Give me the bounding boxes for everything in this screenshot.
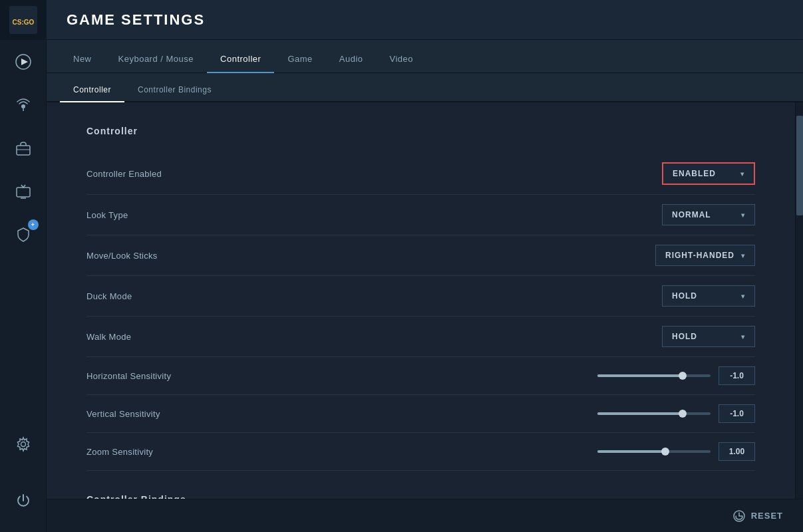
chevron-down-icon: ▾ [741,333,745,340]
control-duck-mode: HOLD ▾ [662,285,755,307]
tab-video[interactable]: Video [377,46,427,73]
slider-fill [597,412,683,415]
setting-label-vertical-sensitivity: Vertical Sensitivity [86,409,160,419]
control-vertical-sensitivity: -1.0 [597,404,755,423]
setting-move-look-sticks: Move/Look Sticks RIGHT-HANDED ▾ [86,235,755,276]
subtab-controller[interactable]: Controller [60,78,124,102]
bindings-section-title: Controller Bindings [86,491,755,499]
reset-label: RESET [751,511,783,521]
control-move-look-sticks: RIGHT-HANDED ▾ [655,245,755,266]
tab-keyboard-mouse[interactable]: Keyboard / Mouse [105,46,208,73]
reset-icon [732,509,746,523]
content-area: Controller Controller Enabled ENABLED ▾ … [47,102,803,499]
subtab-controller-bindings[interactable]: Controller Bindings [124,78,225,102]
broadcast-icon [15,97,31,113]
setting-controller-enabled: Controller Enabled ENABLED ▾ [86,153,755,195]
control-zoom-sensitivity: 1.00 [597,442,755,461]
sidebar-logo: CS:GO [0,0,47,40]
chevron-down-icon: ▾ [741,293,745,300]
sidebar-item-tv[interactable] [0,170,47,213]
setting-label-controller-enabled: Controller Enabled [86,169,162,179]
vertical-sensitivity-slider[interactable] [597,412,711,415]
setting-label-duck-mode: Duck Mode [86,291,132,301]
chevron-down-icon: ▾ [741,252,745,259]
svg-rect-6 [17,146,30,155]
sidebar-item-inventory[interactable] [0,126,47,170]
main-area: GAME SETTINGS New Keyboard / Mouse Contr… [47,0,803,532]
slider-fill [597,450,665,453]
shield-icon [15,227,31,243]
power-icon [15,493,31,509]
setting-zoom-sensitivity: Zoom Sensitivity 1.00 [86,433,755,471]
page-title: GAME SETTINGS [67,11,205,29]
top-navigation: New Keyboard / Mouse Controller Game Aud… [47,40,803,73]
setting-horizontal-sensitivity: Horizontal Sensitivity -1.0 [86,357,755,395]
svg-marker-3 [21,59,28,65]
tab-controller[interactable]: Controller [207,46,274,73]
vertical-sensitivity-value: -1.0 [719,404,755,423]
sidebar-item-play[interactable] [0,40,47,83]
sidebar-item-settings[interactable] [0,422,47,466]
dropdown-value-look-type: NORMAL [672,210,711,219]
csgo-logo-icon: CS:GO [9,6,37,34]
gear-icon [15,436,31,452]
control-horizontal-sensitivity: -1.0 [597,366,755,385]
sidebar-item-shield[interactable]: + [0,213,47,256]
slider-thumb[interactable] [679,410,687,418]
setting-duck-mode: Duck Mode HOLD ▾ [86,276,755,317]
setting-vertical-sensitivity: Vertical Sensitivity -1.0 [86,395,755,433]
settings-panel: Controller Controller Enabled ENABLED ▾ … [47,102,795,499]
tv-icon [15,184,31,200]
footer: RESET [47,499,803,532]
setting-walk-mode: Walk Mode HOLD ▾ [86,317,755,357]
zoom-sensitivity-value: 1.00 [719,442,755,461]
sidebar-item-power[interactable] [0,479,47,522]
sidebar-bottom [0,422,47,532]
slider-thumb[interactable] [661,448,669,456]
chevron-down-icon: ▾ [741,211,745,219]
setting-label-move-look-sticks: Move/Look Sticks [86,251,158,261]
svg-point-4 [21,104,25,108]
dropdown-controller-enabled[interactable]: ENABLED ▾ [662,162,755,185]
dropdown-value-duck-mode: HOLD [672,291,697,301]
notification-badge: + [28,219,39,230]
control-look-type: NORMAL ▾ [662,204,755,225]
setting-look-type: Look Type NORMAL ▾ [86,195,755,235]
control-controller-enabled: ENABLED ▾ [662,162,755,185]
briefcase-icon [15,140,31,156]
dropdown-value-walk-mode: HOLD [672,332,697,341]
slider-thumb[interactable] [679,372,687,380]
setting-label-walk-mode: Walk Mode [86,332,131,342]
scrollbar-thumb[interactable] [796,116,803,215]
tab-game[interactable]: Game [274,46,325,73]
dropdown-value-move-look-sticks: RIGHT-HANDED [665,251,734,260]
dropdown-walk-mode[interactable]: HOLD ▾ [662,326,755,347]
tab-audio[interactable]: Audio [326,46,377,73]
svg-point-12 [21,442,25,446]
dropdown-duck-mode[interactable]: HOLD ▾ [662,285,755,307]
svg-text:CS:GO: CS:GO [12,19,34,26]
dropdown-look-type[interactable]: NORMAL ▾ [662,204,755,225]
sub-navigation: Controller Controller Bindings [47,73,803,102]
chevron-down-icon: ▾ [740,170,744,178]
sidebar-item-broadcast[interactable] [0,83,47,126]
scrollbar-track[interactable] [795,102,803,499]
setting-label-zoom-sensitivity: Zoom Sensitivity [86,447,153,457]
setting-label-look-type: Look Type [86,210,128,220]
reset-button[interactable]: RESET [732,509,783,523]
play-icon [15,53,32,70]
sidebar: CS:GO + [0,0,47,532]
slider-fill [597,374,683,377]
control-walk-mode: HOLD ▾ [662,326,755,347]
setting-label-horizontal-sensitivity: Horizontal Sensitivity [86,371,171,381]
horizontal-sensitivity-slider[interactable] [597,374,711,377]
svg-rect-8 [17,188,30,197]
dropdown-value-controller-enabled: ENABLED [673,169,716,178]
dropdown-move-look-sticks[interactable]: RIGHT-HANDED ▾ [655,245,755,266]
horizontal-sensitivity-value: -1.0 [719,366,755,385]
tab-new[interactable]: New [60,46,105,73]
controller-section-title: Controller [86,122,755,136]
zoom-sensitivity-slider[interactable] [597,450,711,453]
header: GAME SETTINGS [47,0,803,40]
